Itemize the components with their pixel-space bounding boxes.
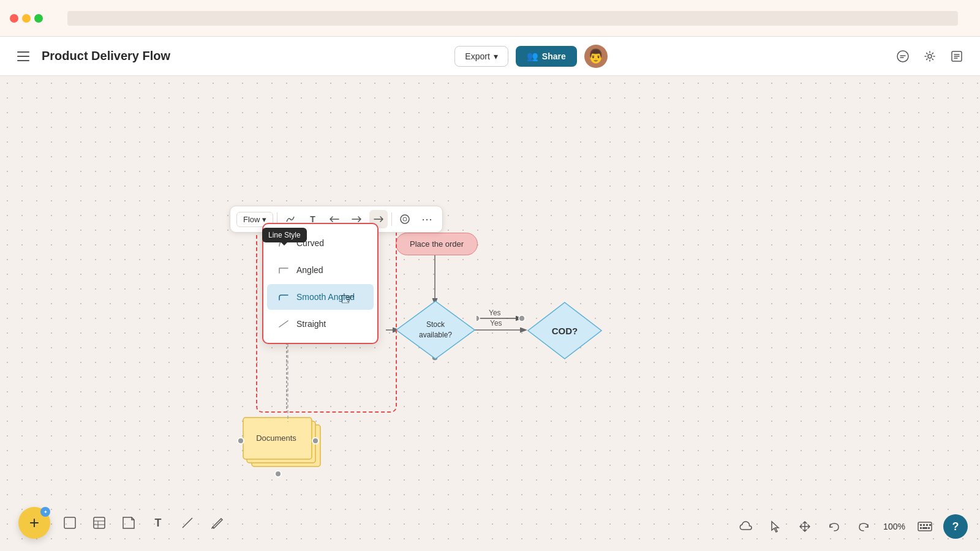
url-bar[interactable] (67, 11, 958, 26)
edit-icon[interactable] (946, 45, 968, 67)
place-order-node: Place the order (396, 233, 478, 255)
close-button[interactable] (10, 14, 18, 23)
add-fab-button[interactable]: + ✦ (18, 507, 50, 539)
svg-rect-29 (918, 522, 932, 531)
maximize-button[interactable] (34, 14, 43, 23)
fab-badge-icon: ✦ (43, 509, 48, 515)
smooth-angled-icon (277, 290, 290, 304)
table-tool[interactable] (89, 513, 109, 533)
menu-button[interactable] (12, 45, 34, 67)
svg-rect-31 (923, 524, 925, 526)
minimize-button[interactable] (22, 14, 31, 23)
svg-rect-32 (926, 524, 928, 526)
top-nav: Product Delivery Flow Export ▾ 👥 Share 👨 (0, 37, 980, 76)
export-chevron-icon: ▾ (494, 51, 498, 61)
sticky-note-tool[interactable] (119, 513, 138, 533)
svg-rect-35 (928, 527, 930, 529)
move-icon-btn[interactable] (794, 515, 816, 538)
svg-rect-23 (64, 517, 75, 528)
fab-badge: ✦ (40, 507, 50, 517)
pen-tool[interactable] (207, 513, 227, 533)
comment-icon[interactable] (892, 45, 914, 67)
keyboard-icon-btn[interactable] (914, 515, 936, 538)
more-dots-icon: ⋯ (421, 212, 433, 226)
top-right-icons (892, 45, 968, 67)
svg-text:Yes: Yes (489, 309, 501, 317)
svg-text:Documents: Documents (256, 433, 296, 443)
document-title: Product Delivery Flow (42, 49, 170, 63)
flow-label: Flow (243, 215, 260, 224)
export-label: Export (465, 51, 489, 61)
diagram-arrows: Yes (0, 76, 980, 551)
more-icon-btn[interactable]: ⋯ (418, 210, 436, 228)
settings-icon[interactable] (919, 45, 941, 67)
svg-rect-36 (922, 527, 927, 529)
bottom-toolbar-left: + ✦ T (18, 507, 227, 539)
cod-node: COD? (526, 300, 604, 361)
svg-point-11 (401, 215, 409, 223)
toolbar-divider-2 (391, 212, 392, 226)
documents-node: Documents (241, 416, 333, 474)
line-tool[interactable] (178, 513, 197, 533)
select-icon-btn[interactable] (764, 515, 786, 538)
bottom-toolbar-right: 100% ? (735, 514, 968, 539)
share-button[interactable]: 👥 Share (516, 46, 577, 67)
svg-text:Yes: Yes (490, 319, 502, 328)
line-style-straight[interactable]: Straight (267, 311, 374, 337)
svg-rect-34 (920, 527, 922, 529)
share-label: Share (542, 51, 566, 61)
straight-label: Straight (296, 319, 326, 329)
add-icon: + (29, 514, 39, 531)
line-style-smooth-angled[interactable]: Smooth Angled (267, 284, 374, 310)
animation-icon-btn[interactable] (396, 210, 414, 228)
help-icon: ? (952, 520, 959, 533)
flow-chevron-icon: ▾ (262, 215, 266, 224)
svg-rect-33 (929, 524, 931, 526)
line-style-tooltip: Line Style (262, 228, 307, 242)
traffic-lights (10, 14, 43, 23)
svg-point-17 (519, 315, 525, 321)
svg-point-0 (897, 51, 908, 62)
svg-point-1 (928, 54, 932, 58)
line-style-angled[interactable]: Angled (267, 257, 374, 283)
fab-container: + ✦ (18, 507, 50, 539)
cod-label: COD? (552, 326, 578, 336)
redo-icon-btn[interactable] (853, 515, 875, 538)
user-avatar[interactable]: 👨 (584, 45, 608, 68)
text-tool[interactable]: T (148, 513, 168, 533)
help-button[interactable]: ? (943, 514, 968, 539)
share-people-icon: 👥 (527, 51, 538, 62)
angled-label: Angled (296, 265, 323, 275)
svg-rect-24 (94, 517, 105, 528)
title-bar (0, 0, 980, 37)
text-tool-icon: T (155, 517, 162, 530)
smooth-angled-label: Smooth Angled (296, 292, 355, 302)
rectangle-tool[interactable] (60, 513, 80, 533)
straight-icon (277, 317, 290, 331)
zoom-level: 100% (882, 522, 907, 531)
angled-icon (277, 263, 290, 277)
svg-rect-30 (920, 524, 922, 526)
undo-icon-btn[interactable] (823, 515, 845, 538)
cloud-icon-btn[interactable] (735, 515, 757, 538)
svg-line-28 (183, 518, 192, 528)
canvas[interactable]: Yes Flow ▾ T (0, 76, 980, 551)
stock-available-node: Stockavailable? (394, 299, 477, 361)
stock-available-label: Stockavailable? (419, 320, 452, 340)
place-order-label: Place the order (410, 239, 464, 249)
export-button[interactable]: Export ▾ (454, 46, 508, 67)
